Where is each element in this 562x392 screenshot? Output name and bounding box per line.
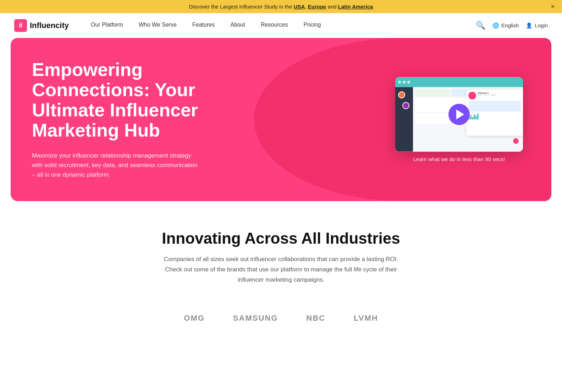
header-right: 🔍 🌐 English 👤 Login <box>476 21 548 30</box>
bar-2 <box>470 115 472 120</box>
video-play-button[interactable] <box>448 104 470 125</box>
profile-avatar <box>468 92 476 100</box>
login-label: Login <box>535 22 548 28</box>
bar-5 <box>475 116 477 120</box>
banner-link-usa[interactable]: USA <box>294 4 305 10</box>
logo-text: Influencity <box>30 21 69 30</box>
header: # Influencity Our Platform Who We Serve … <box>0 13 562 38</box>
hero-content: Empowering Connections: Your Ultimate In… <box>11 38 231 201</box>
language-selector[interactable]: 🌐 English <box>492 22 519 29</box>
hero-title: Empowering Connections: Your Ultimate In… <box>32 60 209 141</box>
user-icon: 👤 <box>526 22 533 29</box>
banner-text: Discover the Largest Influencer Study in… <box>189 4 373 10</box>
banner-close-button[interactable]: × <box>551 2 555 11</box>
dash-card-1 <box>415 89 450 96</box>
nav: Our Platform Who We Serve Features About… <box>83 13 476 38</box>
profile-panel: @Kayutu ♥ Insights · Featured · Analytic… <box>466 90 523 136</box>
brands-row: OMG SAMSUNG NBC LVMH <box>0 299 562 330</box>
nav-resources[interactable]: Resources <box>253 13 296 38</box>
video-caption: Learn what we do in less than 90 secs! <box>413 156 505 162</box>
top-banner: Discover the Largest Influencer Study in… <box>0 0 562 13</box>
dash-dot-1 <box>398 81 401 84</box>
language-icon: 🌐 <box>492 22 499 29</box>
avatar-2 <box>402 102 409 109</box>
hero-subtitle: Maximize your influencer relationship ma… <box>32 151 202 180</box>
profile-info: @Kayutu ♥ Insights · Featured · Analytic… <box>478 92 496 100</box>
logo[interactable]: # Influencity <box>14 19 69 32</box>
nav-who-we-serve[interactable]: Who We Serve <box>131 13 184 38</box>
brand-nbc: NBC <box>306 314 325 323</box>
banner-link-europe[interactable]: Europe <box>308 4 326 10</box>
nav-pricing[interactable]: Pricing <box>296 13 329 38</box>
dash-top-bar <box>395 77 523 87</box>
nav-features[interactable]: Features <box>184 13 222 38</box>
brand-samsung: SAMSUNG <box>233 314 278 323</box>
innovating-section: Innovating Across All Industries Compani… <box>0 201 562 299</box>
hero-section: Empowering Connections: Your Ultimate In… <box>11 38 551 201</box>
hero-video-mockup[interactable]: @Kayutu ♥ Insights · Featured · Analytic… <box>395 77 523 152</box>
profile-top: @Kayutu ♥ Insights · Featured · Analytic… <box>468 92 521 100</box>
language-label: English <box>501 22 519 28</box>
bar-4 <box>474 115 475 120</box>
avatar-3 <box>512 138 519 145</box>
nav-about[interactable]: About <box>222 13 253 38</box>
search-icon[interactable]: 🔍 <box>476 21 485 30</box>
chart-mini <box>468 113 521 120</box>
banner-link-latam[interactable]: Latin America <box>338 4 373 10</box>
logo-icon: # <box>14 19 27 32</box>
bar-6 <box>477 114 479 120</box>
innovating-title: Innovating Across All Industries <box>14 230 548 247</box>
hero-video-area: @Kayutu ♥ Insights · Featured · Analytic… <box>395 77 523 162</box>
nav-our-platform[interactable]: Our Platform <box>83 13 131 38</box>
avatar-1 <box>398 92 405 99</box>
brand-lvmh: LVMH <box>354 314 378 323</box>
login-button[interactable]: 👤 Login <box>526 22 548 29</box>
bar-3 <box>472 117 473 120</box>
dash-dot-3 <box>407 81 410 84</box>
brand-omg: OMG <box>184 314 205 323</box>
dash-dot-2 <box>403 81 406 84</box>
map-area <box>468 101 521 112</box>
innovating-description: Companies of all sizes seek out influenc… <box>160 254 402 285</box>
dash-card-6 <box>415 114 450 124</box>
